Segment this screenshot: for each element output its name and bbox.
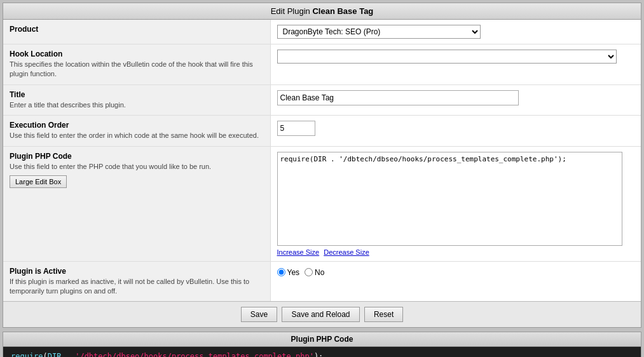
php-code-input-cell: require(DIR . '/dbtech/dbseo/hooks/proce… xyxy=(270,146,641,261)
header-text: Edit Plugin xyxy=(271,6,310,16)
decrease-size-link[interactable]: Decrease Size xyxy=(324,248,369,256)
execution-order-desc: Use this field to enter the order in whi… xyxy=(10,131,259,139)
plugin-active-row: Plugin is Active If this plugin is marke… xyxy=(3,261,641,301)
hook-location-input-cell xyxy=(270,44,641,85)
plugin-active-input-cell: Yes No xyxy=(270,261,641,301)
hook-location-desc: This specifies the location within the v… xyxy=(10,60,253,77)
hook-location-select[interactable] xyxy=(277,50,617,64)
php-end: ); xyxy=(314,352,323,357)
radio-yes-text: Yes xyxy=(287,268,300,277)
hook-location-row: Hook Location This specifies the locatio… xyxy=(3,44,641,85)
buttons-row: Save Save and Reload Reset xyxy=(3,301,641,327)
php-string: '/dbtech/dbseo/hooks/process_templates_c… xyxy=(75,352,314,357)
radio-group: Yes No xyxy=(277,267,635,277)
product-label-cell: Product xyxy=(3,20,270,44)
edit-plugin-box: Edit Plugin Clean Base Tag Product Drago… xyxy=(3,3,641,328)
php-code-row: Plugin PHP Code Use this field to enter … xyxy=(3,146,641,261)
plugin-active-label-cell: Plugin is Active If this plugin is marke… xyxy=(3,261,270,301)
edit-plugin-header: Edit Plugin Clean Base Tag xyxy=(3,3,641,20)
execution-order-input-cell xyxy=(270,116,641,146)
title-row: Title Enter a title that describes this … xyxy=(3,84,641,115)
reset-button[interactable]: Reset xyxy=(364,307,403,322)
hook-location-label-cell: Hook Location This specifies the locatio… xyxy=(3,44,270,85)
plugin-active-label: Plugin is Active xyxy=(10,267,264,276)
execution-order-label: Execution Order xyxy=(10,121,264,130)
radio-no-text: No xyxy=(315,268,324,277)
hook-location-label: Hook Location xyxy=(10,50,264,58)
increase-size-link[interactable]: Increase Size xyxy=(277,248,320,256)
title-label-cell: Title Enter a title that describes this … xyxy=(3,84,270,115)
php-display-content: require(DIR . '/dbtech/dbseo/hooks/proce… xyxy=(3,347,641,357)
php-code-label: Plugin PHP Code xyxy=(10,152,264,161)
radio-yes-label[interactable]: Yes xyxy=(277,268,300,277)
header-plugin-name: Clean Base Tag xyxy=(312,6,373,16)
php-paren-open: ( xyxy=(43,352,48,357)
radio-no[interactable] xyxy=(305,268,313,276)
execution-order-input[interactable] xyxy=(277,121,315,136)
plugin-active-desc: If this plugin is marked as inactive, it… xyxy=(10,278,249,295)
radio-no-label[interactable]: No xyxy=(305,268,324,277)
title-label: Title xyxy=(10,90,264,99)
large-edit-button[interactable]: Large Edit Box xyxy=(10,175,67,188)
execution-order-label-cell: Execution Order Use this field to enter … xyxy=(3,116,270,146)
radio-yes[interactable] xyxy=(277,268,285,276)
php-display-header: Plugin PHP Code xyxy=(3,332,641,347)
product-input-cell: DragonByte Tech: SEO (Pro) xyxy=(270,20,641,44)
product-label: Product xyxy=(10,25,264,34)
title-desc: Enter a title that describes this plugin… xyxy=(10,101,126,109)
php-code-label-cell: Plugin PHP Code Use this field to enter … xyxy=(3,146,270,261)
php-display-box: Plugin PHP Code require(DIR . '/dbtech/d… xyxy=(3,332,641,357)
product-select[interactable]: DragonByte Tech: SEO (Pro) xyxy=(277,25,481,39)
php-dot: . xyxy=(62,352,76,357)
size-links: Increase Size Decrease Size xyxy=(277,248,635,256)
form-table: Product DragonByte Tech: SEO (Pro) Hook … xyxy=(3,20,641,301)
php-code-desc: Use this field to enter the PHP code tha… xyxy=(10,163,211,170)
save-button[interactable]: Save xyxy=(241,307,277,322)
title-input[interactable] xyxy=(277,90,519,105)
title-input-cell xyxy=(270,84,641,115)
execution-order-row: Execution Order Use this field to enter … xyxy=(3,116,641,146)
main-container: Edit Plugin Clean Base Tag Product Drago… xyxy=(0,0,644,357)
save-reload-button[interactable]: Save and Reload xyxy=(282,307,359,322)
php-keyword: require xyxy=(11,352,43,357)
product-row: Product DragonByte Tech: SEO (Pro) xyxy=(3,20,641,44)
php-code-textarea[interactable]: require(DIR . '/dbtech/dbseo/hooks/proce… xyxy=(277,152,622,246)
php-dir: DIR xyxy=(48,352,62,357)
